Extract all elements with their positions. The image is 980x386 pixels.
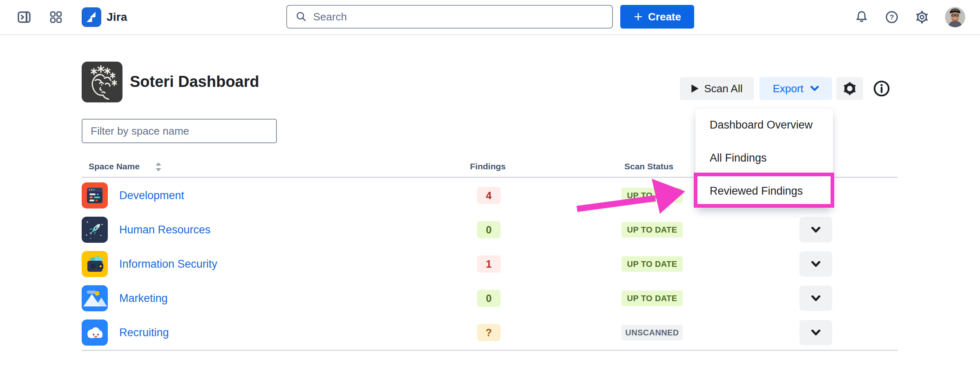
settings-gear-icon [915,10,929,24]
help-icon: ? [884,10,899,24]
row-actions-button[interactable] [800,251,832,277]
page-title: Soteri Dashboard [130,73,259,91]
chevron-down-icon [811,261,821,267]
scan-status-badge: UP TO DATE [621,256,683,272]
table-row: Marketing 0 UP TO DATE [82,281,898,315]
expand-sidebar-icon [16,9,32,25]
space-link[interactable]: Development [119,178,184,213]
scan-status-badge: UP TO DATE [621,188,683,203]
space-link[interactable]: Information Security [119,247,217,281]
create-button[interactable]: Create [620,5,694,29]
row-actions-button[interactable] [800,320,832,345]
info-icon [872,79,891,98]
space-filter-input[interactable] [82,119,277,143]
menu-item-reviewed-findings[interactable]: Reviewed Findings [695,175,833,208]
dashboard-settings-button[interactable] [836,77,863,100]
rocket-icon [82,217,108,243]
findings-badge: 4 [477,187,501,204]
gear-icon [843,82,857,95]
findings-badge: 0 [477,221,501,238]
table-row: Recruiting ? UNSCANNED [82,315,898,350]
space-link[interactable]: Marketing [119,281,168,315]
chevron-down-icon [810,86,819,91]
scan-all-label: Scan All [704,82,743,95]
chevron-down-icon [811,295,821,302]
plus-icon [633,12,643,22]
column-header-scan-status: Scan Status [624,162,673,171]
code-window-icon [82,182,108,209]
scan-status-badge: UP TO DATE [621,222,683,237]
soteri-dashboard-page: Jira Create [0,0,980,386]
app-switcher-button[interactable] [49,10,63,24]
column-header-findings: Findings [470,162,506,171]
search-icon [295,11,307,23]
findings-badge: 0 [477,290,501,307]
jira-topbar: Jira Create [0,0,980,35]
table-row: Information Security 1 UP TO DATE [82,247,898,281]
create-button-label: Create [648,11,681,23]
user-avatar[interactable] [945,7,965,27]
scan-all-button[interactable]: Scan All [680,77,754,100]
jira-logo[interactable] [82,7,101,27]
row-actions-button[interactable] [800,286,832,311]
findings-badge: ? [477,324,501,341]
info-button[interactable] [871,78,892,99]
column-header-space-name[interactable]: Space Name [89,162,140,171]
export-button[interactable]: Export [760,77,832,100]
product-name: Jira [107,11,127,24]
space-link[interactable]: Human Resources [119,213,211,247]
export-label: Export [773,82,803,95]
topbar-right-group: ? [854,0,965,34]
help-button[interactable]: ? [884,10,899,24]
table-bottom-divider [82,350,898,351]
topbar-settings-button[interactable] [915,10,929,24]
export-dropdown-menu: Dashboard Overview All Findings Reviewed… [695,109,833,208]
menu-item-dashboard-overview[interactable]: Dashboard Overview [695,109,833,142]
sort-icon[interactable] [156,162,161,173]
wallet-icon [82,251,108,277]
chevron-down-icon [811,227,821,233]
soteri-logo [82,62,122,102]
findings-badge: 1 [477,255,501,273]
scan-status-badge: UP TO DATE [621,291,683,306]
cloud-icon [82,319,108,346]
svg-text:?: ? [890,13,894,21]
notifications-button[interactable] [854,10,869,24]
global-search[interactable] [286,5,613,29]
mountains-icon [82,285,108,311]
topbar-left-group: Jira [16,0,127,34]
menu-item-all-findings[interactable]: All Findings [695,142,833,175]
search-input[interactable] [313,11,599,23]
play-icon [691,84,699,93]
expand-sidebar-button[interactable] [16,9,32,25]
space-link[interactable]: Recruiting [119,315,169,350]
app-switcher-icon [49,10,63,24]
chevron-down-icon [811,330,821,336]
scan-status-badge: UNSCANNED [621,325,683,340]
table-row: Human Resources 0 UP TO DATE [82,213,898,247]
row-actions-button[interactable] [800,217,832,242]
notifications-bell-icon [854,10,869,24]
